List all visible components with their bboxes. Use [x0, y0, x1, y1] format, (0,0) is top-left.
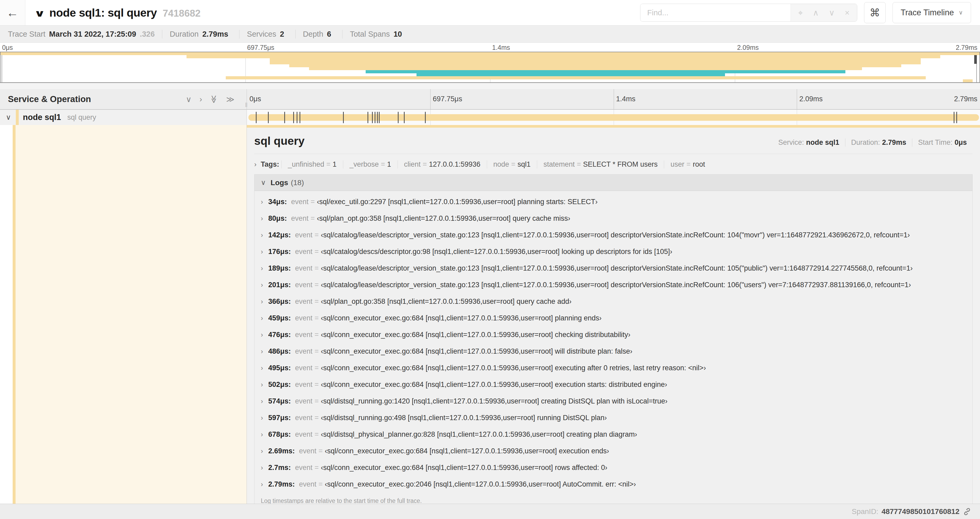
log-message: ‹sql/distsql_running.go:1420 [nsql1,clie…: [321, 397, 668, 405]
log-tick-mark: [297, 112, 298, 123]
log-row[interactable]: › 476μs: event = ‹sql/conn_executor_exec…: [255, 326, 972, 343]
expand-all-icon[interactable]: ≫: [226, 95, 234, 104]
log-expand-icon[interactable]: ›: [261, 414, 263, 422]
log-expand-icon[interactable]: ›: [261, 481, 263, 488]
meta-label: Start Time:: [918, 139, 953, 146]
log-field-name: event: [295, 397, 312, 405]
log-expand-icon[interactable]: ›: [261, 431, 263, 438]
title-collapse-icon[interactable]: ∨: [34, 8, 46, 19]
log-expand-icon[interactable]: ›: [261, 331, 263, 339]
span-collapse-icon[interactable]: ∨: [6, 113, 11, 121]
log-expand-icon[interactable]: ›: [261, 348, 263, 355]
ruler-gridline: [614, 89, 614, 109]
trace-title: node sql1: sql query: [49, 6, 157, 19]
log-row[interactable]: › 80μs: event = ‹sql/plan_opt.go:358 [ns…: [255, 210, 972, 227]
log-tick-mark: [293, 112, 294, 123]
log-expand-icon[interactable]: ›: [261, 231, 263, 239]
log-row[interactable]: › 574μs: event = ‹sql/distsql_running.go…: [255, 393, 972, 410]
log-row[interactable]: › 2.69ms: event = ‹sql/conn_executor_exe…: [255, 443, 972, 459]
tag-equals: =: [574, 160, 583, 168]
log-row[interactable]: › 2.7ms: event = ‹sql/conn_executor_exec…: [255, 459, 972, 476]
log-timestamp: 189μs:: [268, 264, 291, 272]
log-row[interactable]: › 189μs: event = ‹sql/catalog/lease/desc…: [255, 260, 972, 277]
detail-meta: Service:node sql1 Duration:2.79ms Start …: [772, 139, 973, 147]
tag-pill: client=127.0.0.1:59936: [398, 160, 487, 169]
log-expand-icon[interactable]: ›: [261, 248, 263, 256]
log-expand-icon[interactable]: ›: [261, 398, 263, 405]
minimap-left-handle[interactable]: [2, 52, 2, 82]
span-timeline-cell[interactable]: [247, 110, 980, 125]
logs-footer-note: Log timestamps are relative to the start…: [255, 493, 972, 504]
span-detail-panel: sql query Service:node sql1 Duration:2.7…: [247, 125, 980, 504]
log-expand-icon[interactable]: ›: [261, 364, 263, 372]
top-bar-actions: ⌖ ∧ ∨ × ⌘ Trace Timeline ∨: [640, 2, 971, 23]
log-expand-icon[interactable]: ›: [261, 281, 263, 289]
logs-collapse-icon[interactable]: ∨: [261, 179, 266, 187]
summary-value: 2: [280, 30, 284, 38]
log-expand-icon[interactable]: ›: [261, 381, 263, 388]
next-result-icon[interactable]: ∨: [829, 9, 835, 17]
tags-expand-icon[interactable]: ›: [254, 160, 256, 169]
log-expand-icon[interactable]: ›: [261, 265, 263, 272]
tags-row[interactable]: › Tags: _unfinished=1 _verbose=1 client=…: [254, 160, 973, 169]
meta-value: node sql1: [806, 139, 839, 146]
deep-link-icon[interactable]: [963, 507, 972, 516]
log-equals: =: [312, 281, 321, 289]
log-row[interactable]: › 34μs: event = ‹sql/exec_util.go:2297 […: [255, 193, 972, 210]
log-row[interactable]: › 495μs: event = ‹sql/conn_executor_exec…: [255, 360, 972, 376]
tag-pill: statement=SELECT * FROM users: [537, 160, 664, 169]
collapse-one-icon[interactable]: ∨: [186, 95, 191, 104]
minimap-right-handle[interactable]: [976, 52, 977, 82]
expand-one-icon[interactable]: ›: [199, 95, 202, 104]
log-row[interactable]: › 678μs: event = ‹sql/distsql_physical_p…: [255, 426, 972, 443]
log-expand-icon[interactable]: ›: [261, 215, 263, 222]
tag-value: 127.0.0.1:59936: [429, 160, 480, 168]
tag-equals: =: [379, 160, 387, 168]
tag-pill: user=root: [664, 160, 711, 169]
tag-key: statement: [544, 160, 575, 168]
span-detail-content: sql query Service:node sql1 Duration:2.7…: [247, 128, 980, 504]
log-equals: =: [312, 430, 321, 439]
find-input[interactable]: [640, 4, 791, 21]
tags-label: Tags:: [261, 160, 279, 169]
logs-header[interactable]: ∨ Logs (18): [255, 174, 972, 191]
log-tick-mark: [368, 112, 368, 123]
summary-item: Trace Start March 31 2022, 17:25:09 .326: [8, 30, 162, 38]
log-row[interactable]: › 597μs: event = ‹sql/distsql_running.go…: [255, 410, 972, 426]
log-tick-mark: [372, 112, 373, 123]
log-equals: =: [309, 214, 317, 223]
minimap-span-bar: [309, 67, 862, 70]
log-expand-icon[interactable]: ›: [261, 464, 263, 471]
back-button[interactable]: ←: [0, 0, 25, 25]
timeline-minimap[interactable]: [0, 52, 980, 83]
log-row[interactable]: › 366μs: event = ‹sql/plan_opt.go:358 [n…: [255, 293, 972, 310]
ruler-tick-label: 697.75μs: [433, 95, 462, 103]
collapse-all-icon[interactable]: ≫: [210, 95, 219, 103]
log-equals: =: [312, 397, 321, 405]
log-equals: =: [312, 347, 321, 356]
log-row[interactable]: › 459μs: event = ‹sql/conn_executor_exec…: [255, 310, 972, 326]
log-row[interactable]: › 142μs: event = ‹sql/catalog/lease/desc…: [255, 227, 972, 243]
log-expand-icon[interactable]: ›: [261, 298, 263, 305]
view-select-button[interactable]: Trace Timeline ∨: [892, 2, 971, 23]
log-field-name: event: [295, 248, 312, 256]
log-tick-mark: [954, 112, 955, 123]
span-row[interactable]: ∨ node sql1 sql query: [0, 110, 980, 125]
span-name-cell[interactable]: ∨ node sql1 sql query: [0, 110, 247, 125]
log-timestamp: 495μs:: [268, 364, 291, 372]
log-message: ‹sql/catalog/lease/descriptor_version_st…: [321, 231, 910, 239]
log-expand-icon[interactable]: ›: [261, 447, 263, 455]
log-row[interactable]: › 486μs: event = ‹sql/conn_executor_exec…: [255, 343, 972, 360]
keyboard-shortcuts-button[interactable]: ⌘: [864, 2, 886, 23]
log-row[interactable]: › 176μs: event = ‹sql/catalog/descs/desc…: [255, 243, 972, 260]
log-expand-icon[interactable]: ›: [261, 198, 263, 206]
focus-target-icon[interactable]: ⌖: [798, 9, 803, 17]
clear-search-icon[interactable]: ×: [845, 9, 850, 17]
log-expand-icon[interactable]: ›: [261, 315, 263, 322]
log-row[interactable]: › 2.79ms: event = ‹sql/conn_executor_exe…: [255, 476, 972, 493]
log-row[interactable]: › 502μs: event = ‹sql/conn_executor_exec…: [255, 376, 972, 393]
log-row[interactable]: › 201μs: event = ‹sql/catalog/lease/desc…: [255, 277, 972, 293]
prev-result-icon[interactable]: ∧: [813, 9, 819, 17]
minimap-span-bar: [366, 70, 845, 73]
span-duration-bar[interactable]: [248, 114, 979, 121]
